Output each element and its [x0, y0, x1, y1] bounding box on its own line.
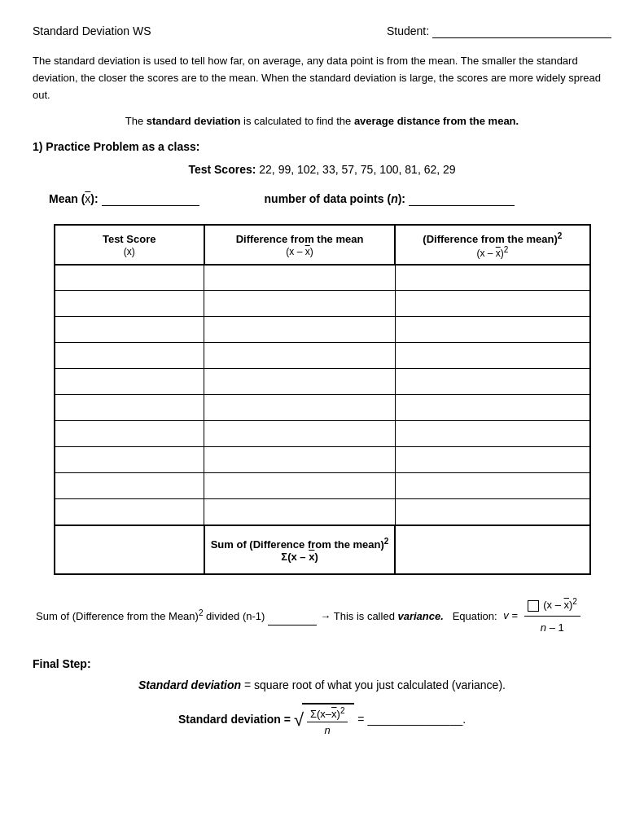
table-row — [55, 265, 590, 291]
sqrt-wrapper: √ Σ(x–x)2 n — [294, 703, 355, 738]
cell-score — [55, 291, 204, 317]
cell-diff-sq — [395, 499, 589, 525]
table-row — [55, 421, 590, 447]
cell-diff — [204, 343, 395, 369]
cell-diff — [204, 447, 395, 473]
student-blank — [432, 24, 611, 38]
sqrt-content: Σ(x–x)2 n — [302, 703, 355, 738]
table-row — [55, 395, 590, 421]
scores-values: 22, 99, 102, 33, 57, 75, 100, 81, 62, 29 — [259, 163, 455, 176]
scores-label: Test Scores: — [188, 163, 256, 176]
table-row — [55, 343, 590, 369]
fraction-denominator: n – 1 — [537, 617, 567, 637]
cell-score — [55, 265, 204, 291]
table-row — [55, 447, 590, 473]
final-step-label: Final Step: — [33, 657, 611, 670]
sd-formula: Standard deviation = √ Σ(x–x)2 n = _____… — [33, 703, 611, 738]
sum-value-col3 — [395, 525, 589, 574]
n-blank — [409, 192, 515, 206]
cell-diff-sq — [395, 317, 589, 343]
mean-blank — [102, 192, 199, 206]
cell-diff-sq — [395, 447, 589, 473]
problem-heading: 1) Practice Problem as a class: — [33, 140, 611, 153]
cell-diff-sq — [395, 291, 589, 317]
sd-bold: Standard deviation — [138, 678, 241, 691]
table-row — [55, 499, 590, 525]
cell-diff-sq — [395, 265, 589, 291]
sd-formula-label: Standard deviation = — [178, 713, 291, 726]
student-label: Student: — [387, 24, 429, 37]
table-row — [55, 369, 590, 395]
mean-label: Mean (x): — [49, 192, 265, 206]
col3-sub: (x – x)2 — [476, 248, 508, 259]
table-header-row: Test Score (x) Difference from the mean … — [55, 225, 590, 264]
fraction-numerator: (x – x)2 — [524, 595, 580, 617]
header: Standard Deviation WS Student: — [33, 24, 611, 38]
bold-term1: standard deviation — [147, 115, 241, 127]
cell-diff — [204, 265, 395, 291]
cell-diff — [204, 499, 395, 525]
table-row — [55, 317, 590, 343]
cell-diff — [204, 317, 395, 343]
data-table: Test Score (x) Difference from the mean … — [54, 224, 591, 574]
variance-text-pre: Sum of (Difference from the Mean)2 divid… — [36, 606, 265, 626]
bold-statement: The standard deviation is calculated to … — [33, 115, 611, 127]
sd-statement: Standard deviation = square root of what… — [33, 678, 611, 691]
col1-sub: (x) — [124, 246, 135, 257]
cell-score — [55, 343, 204, 369]
final-step: Final Step: Standard deviation = square … — [33, 657, 611, 738]
col1-header-text: Test Score — [103, 233, 156, 245]
col3-header-text: (Difference from the mean)2 — [423, 233, 562, 245]
col1-header: Test Score (x) — [55, 225, 204, 264]
cell-score — [55, 421, 204, 447]
bold-pre: The — [125, 115, 147, 127]
cell-diff — [204, 473, 395, 499]
student-field: Student: — [387, 24, 611, 38]
intro-paragraph: The standard deviation is used to tell h… — [33, 53, 611, 103]
cell-diff-sq — [395, 369, 589, 395]
n-label: number of data points (n): — [265, 192, 515, 206]
col2-header: Difference from the mean (x – x) — [204, 225, 395, 264]
variance-arrow: → This is called variance. Equation: — [320, 607, 497, 626]
col2-header-text: Difference from the mean — [236, 233, 364, 245]
sum-row: Sum of (Difference from the mean)2 Σ(x –… — [55, 525, 590, 574]
variance-section: Sum of (Difference from the Mean)2 divid… — [33, 595, 611, 638]
variance-eq: v = (x – x)2 n – 1 — [501, 595, 584, 638]
sum-empty-col1 — [55, 525, 204, 574]
cell-diff-sq — [395, 421, 589, 447]
sum-cell: Sum of (Difference from the mean)2 Σ(x –… — [204, 525, 395, 574]
sd-statement-post: = square root of what you just calculate… — [244, 678, 506, 691]
box-bracket — [528, 600, 539, 612]
sd-numer: Σ(x–x)2 — [307, 706, 348, 722]
variance-line: Sum of (Difference from the Mean)2 divid… — [36, 595, 611, 638]
cell-score — [55, 499, 204, 525]
cell-score — [55, 473, 204, 499]
sd-denom: n — [322, 722, 334, 736]
cell-diff — [204, 369, 395, 395]
cell-diff — [204, 291, 395, 317]
bold-term2: average distance from the mean. — [354, 115, 519, 127]
cell-diff — [204, 395, 395, 421]
cell-score — [55, 369, 204, 395]
cell-diff-sq — [395, 343, 589, 369]
bold-mid: is calculated to find the — [243, 115, 354, 127]
sum-label: Sum of (Difference from the mean)2 — [205, 537, 394, 551]
table-row — [55, 291, 590, 317]
sum-formula: Σ(x – x) — [205, 551, 394, 563]
sd-equals-blank: = _______________. — [357, 713, 466, 726]
test-scores: Test Scores: 22, 99, 102, 33, 57, 75, 10… — [33, 163, 611, 176]
cell-diff-sq — [395, 473, 589, 499]
cell-diff-sq — [395, 395, 589, 421]
variance-fraction: (x – x)2 n – 1 — [524, 595, 580, 638]
table-row — [55, 473, 590, 499]
col3-header: (Difference from the mean)2 (x – x)2 — [395, 225, 589, 264]
cell-score — [55, 395, 204, 421]
worksheet-title: Standard Deviation WS — [33, 24, 151, 37]
col2-sub: (x – x) — [286, 246, 313, 257]
mean-row: Mean (x): number of data points (n): — [33, 192, 611, 206]
cell-score — [55, 447, 204, 473]
sd-fraction: Σ(x–x)2 n — [307, 706, 348, 736]
cell-diff — [204, 421, 395, 447]
variance-blank — [268, 606, 317, 626]
cell-score — [55, 317, 204, 343]
